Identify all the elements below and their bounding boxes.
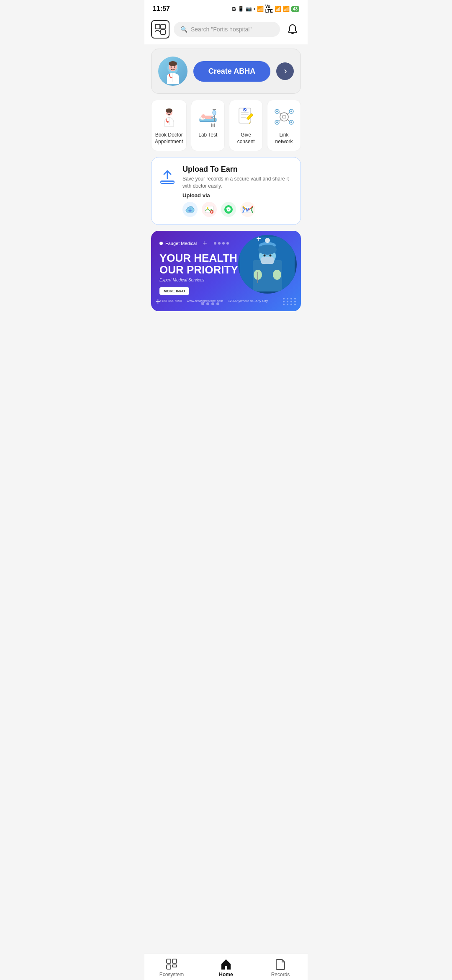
upload-options: M (182, 202, 294, 217)
whatsapp-status-icon: 📱 (238, 6, 244, 12)
upload-content: Upload To Earn Save your records in a se… (182, 165, 294, 217)
upload-cloud-button[interactable] (182, 202, 198, 217)
svg-rect-1 (161, 24, 165, 29)
instagram-status-icon: 📷 (246, 6, 252, 12)
upload-card: Upload To Earn Save your records in a se… (151, 157, 301, 225)
status-icons: B 📱 📷 • 📶 VoLTE 📶 📶 43 (232, 4, 299, 13)
abha-navigate-button[interactable]: › (276, 62, 294, 80)
service-give-consent[interactable]: Giveconsent (229, 100, 263, 151)
search-bar[interactable]: 🔍 Search "Fortis hospital" (174, 22, 280, 37)
svg-point-5 (169, 61, 177, 66)
banner-dots (214, 242, 229, 245)
svg-point-45 (290, 121, 292, 123)
service-book-doctor[interactable]: Book DoctorAppointment (151, 100, 187, 151)
more-info-button[interactable]: MORE INFO (159, 287, 189, 295)
health-banner: Fauget Medical + YOUR HEALTHOUR PRIORITY… (151, 231, 301, 311)
upload-icon (158, 167, 177, 185)
slide-indicators (201, 302, 219, 305)
doctor-appointment-icon (158, 106, 180, 128)
app-logo (151, 20, 170, 39)
service-grid: Book DoctorAppointment (151, 100, 301, 151)
svg-line-41 (287, 119, 289, 121)
give-consent-icon (235, 106, 257, 128)
svg-rect-2 (161, 30, 165, 34)
svg-point-6 (171, 67, 172, 68)
service-link-network[interactable]: Linknetwork (267, 100, 301, 151)
upload-whatsapp-button[interactable] (221, 202, 236, 217)
give-consent-label: Giveconsent (237, 132, 255, 145)
svg-point-14 (167, 121, 169, 123)
svg-point-44 (276, 121, 278, 123)
search-icon: 🔍 (180, 26, 187, 33)
dot-indicator: • (254, 6, 255, 11)
b-icon: B (232, 6, 236, 12)
svg-point-32 (280, 113, 288, 121)
upload-title: Upload To Earn (182, 165, 294, 174)
signal2-icon: 📶 (283, 6, 290, 12)
volte-icon: VoLTE (265, 4, 273, 13)
abha-card: Create ABHA › (151, 49, 301, 94)
svg-rect-0 (155, 24, 160, 29)
svg-point-7 (174, 67, 175, 68)
svg-point-18 (201, 114, 205, 119)
svg-rect-19 (205, 116, 213, 119)
svg-rect-33 (282, 116, 286, 118)
chevron-right-icon: › (284, 66, 287, 77)
search-placeholder: Search "Fortis hospital" (191, 26, 252, 33)
notification-bell-icon[interactable] (284, 21, 301, 38)
create-abha-button[interactable]: Create ABHA (193, 61, 270, 82)
svg-point-12 (170, 112, 170, 113)
banner-text: Fauget Medical + YOUR HEALTHOUR PRIORITY… (159, 239, 293, 303)
lab-test-label: Lab Test (198, 132, 217, 139)
upload-icon-area (158, 165, 177, 185)
signal1-icon: 📶 (275, 6, 281, 12)
banner-phone: +123 456 7890 (159, 299, 182, 303)
svg-point-11 (167, 112, 168, 113)
main-content: Create ABHA › (144, 44, 308, 345)
book-doctor-label: Book DoctorAppointment (155, 132, 183, 145)
svg-point-43 (290, 111, 292, 112)
upload-via-label: Upload via (182, 192, 294, 199)
link-network-icon (273, 106, 295, 128)
banner-subtitle: Expert Medical Services (159, 278, 293, 282)
svg-text:M: M (246, 208, 249, 212)
banner-brand: Fauget Medical + (159, 239, 293, 248)
upload-description: Save your records in a secure vault and … (182, 175, 294, 190)
brand-name: Fauget Medical (165, 241, 197, 246)
status-bar: 11:57 B 📱 📷 • 📶 VoLTE 📶 📶 43 (144, 0, 308, 16)
status-time: 11:57 (153, 5, 170, 13)
lab-test-icon (197, 106, 219, 128)
banner-title: YOUR HEALTHOUR PRIORITY (159, 252, 293, 276)
svg-line-39 (287, 113, 289, 114)
brand-dot (159, 242, 163, 245)
banner-footer: +123 456 7890 www.reallygreatsite.com 12… (159, 299, 293, 303)
service-lab-test[interactable]: Lab Test (191, 100, 225, 151)
abha-avatar (158, 57, 187, 86)
svg-line-40 (279, 119, 281, 121)
svg-point-42 (276, 111, 278, 112)
upload-gmail-button[interactable]: M (240, 202, 255, 217)
svg-line-38 (279, 113, 281, 114)
banner-website: www.reallygreatsite.com (187, 299, 223, 303)
wifi-icon: 📶 (257, 6, 264, 12)
upload-photos-button[interactable] (202, 202, 217, 217)
svg-point-22 (213, 110, 216, 115)
header: 🔍 Search "Fortis hospital" (144, 16, 308, 44)
link-network-label: Linknetwork (275, 132, 293, 145)
battery-icon: 43 (291, 6, 299, 12)
banner-address: 123 Anywhere st., Any City (228, 299, 268, 303)
svg-point-10 (166, 108, 172, 113)
plus-decoration-1: + (203, 239, 207, 248)
